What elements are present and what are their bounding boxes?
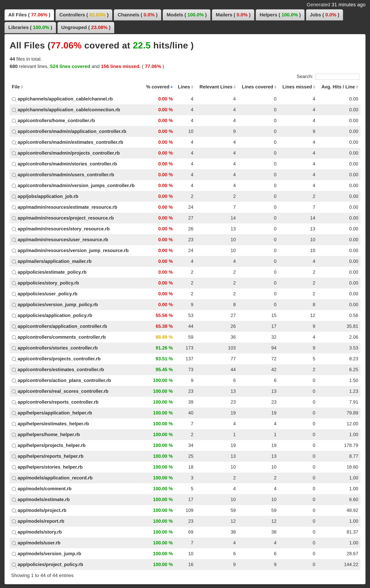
table-row: app/controllers/action_plans_controller.…: [10, 375, 360, 386]
file-cell[interactable]: app/controllers/madmin/stories_controlle…: [10, 158, 142, 169]
file-cell[interactable]: app/madmin/resources/user_resource.rb: [10, 234, 142, 245]
missed-cell: 0: [279, 429, 317, 440]
pct-cell: 100.00 %: [142, 418, 175, 429]
file-cell[interactable]: app/madmin/resources/project_resource.rb: [10, 213, 142, 223]
lines-cell: 34: [175, 440, 196, 451]
file-cell[interactable]: app/controllers/madmin/version_jumps_con…: [10, 180, 142, 191]
tab-helpers[interactable]: Helpers ( 100.0% ): [256, 9, 305, 21]
file-cell[interactable]: app/policies/project_policy.rb: [10, 559, 142, 570]
file-cell[interactable]: app/controllers/projects_controller.rb: [10, 353, 142, 364]
file-cell[interactable]: app/helpers/home_helper.rb: [10, 429, 142, 440]
relevant-cell: 77: [196, 353, 238, 364]
file-cell[interactable]: app/helpers/estimates_helper.rb: [10, 418, 142, 429]
file-cell[interactable]: app/models/version_jump.rb: [10, 548, 142, 559]
file-cell[interactable]: app/models/estimate.rb: [10, 494, 142, 505]
file-cell[interactable]: app/controllers/reports_controller.rb: [10, 397, 142, 408]
file-cell[interactable]: app/helpers/reports_helper.rb: [10, 451, 142, 462]
col-pct-covered[interactable]: % covered: [142, 80, 175, 94]
file-cell[interactable]: app/channels/application_cable/connectio…: [10, 104, 142, 115]
file-cell[interactable]: app/models/application_record.rb: [10, 472, 142, 483]
covered-cell: 10: [238, 462, 279, 472]
file-cell[interactable]: app/helpers/stories_helper.rb: [10, 462, 142, 472]
col-lines-missed[interactable]: Lines missed: [279, 80, 317, 94]
file-cell[interactable]: app/helpers/projects_helper.rb: [10, 440, 142, 451]
relevant-cell: 4: [196, 537, 238, 548]
col-avg-hits[interactable]: Avg. Hits / Line: [317, 80, 360, 94]
hits-cell: 0.00: [317, 223, 360, 234]
file-cell[interactable]: app/controllers/action_plans_controller.…: [10, 375, 142, 386]
file-cell[interactable]: app/models/comment.rb: [10, 483, 142, 494]
tab-all-files[interactable]: All Files ( 77.06% ): [4, 9, 54, 21]
file-cell[interactable]: app/madmin/resources/version_jump_resour…: [10, 245, 142, 256]
col-lines[interactable]: Lines: [175, 80, 196, 94]
magnify-icon: [12, 205, 16, 209]
file-cell[interactable]: app/policies/application_policy.rb: [10, 310, 142, 321]
tab-mailers[interactable]: Mailers ( 0.0% ): [212, 9, 254, 21]
tab-libraries[interactable]: Libraries ( 100.0% ): [4, 22, 56, 33]
file-cell[interactable]: app/helpers/application_helper.rb: [10, 408, 142, 418]
file-cell[interactable]: app/channels/application_cable/channel.r…: [10, 94, 142, 104]
file-cell[interactable]: app/controllers/madmin/projects_controll…: [10, 148, 142, 158]
file-cell[interactable]: app/mailers/application_mailer.rb: [10, 256, 142, 267]
pct-cell: 0.00 %: [142, 158, 175, 169]
pct-cell: 95.45 %: [142, 364, 175, 375]
file-cell[interactable]: app/policies/version_jump_policy.rb: [10, 299, 142, 310]
lines-cell: 2: [175, 278, 196, 288]
lines-cell: 4: [175, 148, 196, 158]
covered-cell: 0: [238, 158, 279, 169]
lines-cell: 7: [175, 537, 196, 548]
file-cell[interactable]: app/controllers/application_controller.r…: [10, 321, 142, 332]
tab-controllers[interactable]: Controllers ( 82.83% ): [55, 9, 112, 21]
covered-cell: 0: [238, 245, 279, 256]
hits-cell: 2.06: [317, 332, 360, 343]
magnify-icon: [12, 227, 16, 231]
missed-cell: 0: [279, 451, 317, 462]
hits-cell: 0.00: [317, 202, 360, 213]
pct-cell: 0.00 %: [142, 299, 175, 310]
file-cell[interactable]: app/controllers/madmin/users_controller.…: [10, 169, 142, 180]
file-cell[interactable]: app/models/report.rb: [10, 516, 142, 527]
tab-channels[interactable]: Channels ( 0.0% ): [114, 9, 161, 21]
file-cell[interactable]: app/policies/user_policy.rb: [10, 288, 142, 299]
search-input[interactable]: [316, 74, 359, 80]
pct-cell: 0.00 %: [142, 278, 175, 288]
covered-cell: 0: [238, 180, 279, 191]
file-cell[interactable]: app/controllers/madmin/estimates_control…: [10, 137, 142, 148]
hits-cell: 0.00: [317, 126, 360, 137]
covered-cell: 6: [238, 548, 279, 559]
file-cell[interactable]: app/madmin/resources/story_resource.rb: [10, 223, 142, 234]
file-cell[interactable]: app/jobs/application_job.rb: [10, 191, 142, 202]
tab-jobs[interactable]: Jobs ( 0.0% ): [306, 9, 343, 21]
col-file[interactable]: File: [10, 80, 142, 94]
file-cell[interactable]: app/policies/estimate_policy.rb: [10, 267, 142, 278]
tab-ungrouped[interactable]: Ungrouped ( 23.08% ): [57, 22, 114, 33]
covered-cell: 0: [238, 213, 279, 223]
file-cell[interactable]: app/controllers/stories_controller.rb: [10, 343, 142, 353]
file-cell[interactable]: app/models/story.rb: [10, 527, 142, 537]
magnify-icon: [12, 162, 16, 166]
pct-cell: 100.00 %: [142, 397, 175, 408]
file-cell[interactable]: app/madmin/resources/estimate_resource.r…: [10, 202, 142, 213]
covered-cell: 0: [238, 115, 279, 126]
table-row: app/madmin/resources/user_resource.rb0.0…: [10, 234, 360, 245]
pct-cell: 100.00 %: [142, 451, 175, 462]
tab-models[interactable]: Models ( 100.0% ): [163, 9, 210, 21]
file-cell[interactable]: app/policies/story_policy.rb: [10, 278, 142, 288]
col-lines-covered[interactable]: Lines covered: [238, 80, 279, 94]
magnify-icon: [12, 238, 16, 242]
file-cell[interactable]: app/controllers/home_controller.rb: [10, 115, 142, 126]
lines-cell: 4: [175, 158, 196, 169]
file-cell[interactable]: app/controllers/real_scores_controller.r…: [10, 386, 142, 397]
file-cell[interactable]: app/models/project.rb: [10, 505, 142, 516]
table-row: app/controllers/madmin/stories_controlle…: [10, 158, 360, 169]
lines-cell: 16: [175, 559, 196, 570]
file-cell[interactable]: app/models/user.rb: [10, 537, 142, 548]
file-cell[interactable]: app/controllers/comments_controller.rb: [10, 332, 142, 343]
file-cell[interactable]: app/controllers/madmin/application_contr…: [10, 126, 142, 137]
file-cell[interactable]: app/controllers/estimates_controller.rb: [10, 364, 142, 375]
missed-cell: 0: [279, 483, 317, 494]
col-relevant-lines[interactable]: Relevant Lines: [196, 80, 238, 94]
magnify-icon: [12, 476, 16, 480]
magnify-icon: [12, 324, 16, 328]
covered-cell: 23: [238, 397, 279, 408]
